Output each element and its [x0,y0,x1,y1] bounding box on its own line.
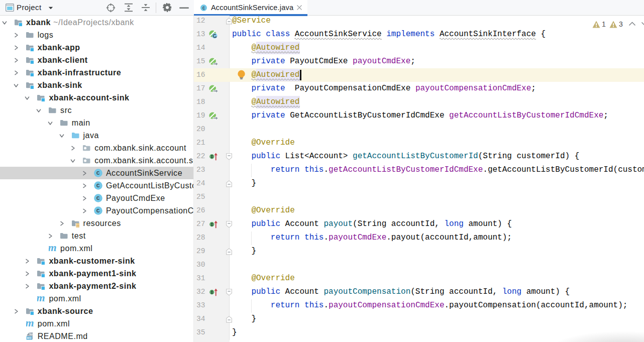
svg-text:C: C [96,207,100,214]
svg-text:MD: MD [27,336,32,339]
svg-text:C: C [96,170,100,176]
svg-text:m: m [26,319,34,327]
svg-text:C: C [96,195,100,201]
svg-text:m: m [49,244,57,252]
svg-text:m: m [37,294,45,302]
svg-text:C: C [202,6,205,11]
svg-text:C: C [96,182,100,189]
